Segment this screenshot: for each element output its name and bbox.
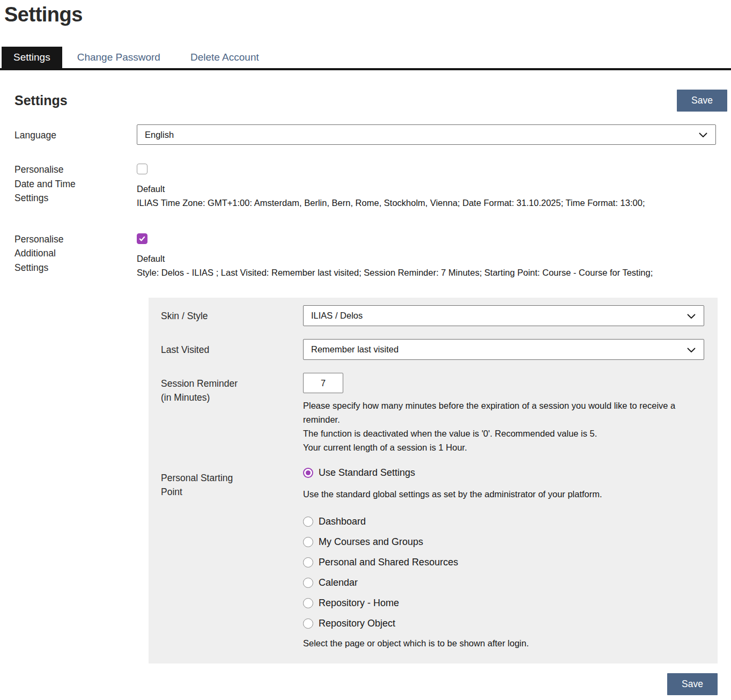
starting-point-help: Select the page or object which is to be… <box>303 638 704 649</box>
chevron-down-icon <box>687 314 696 319</box>
additional-settings-panel: Skin / Style ILIAS / Delos Last Visited <box>149 298 718 664</box>
starting-point-row: Personal Starting Point Use Standard Set… <box>161 467 704 649</box>
chevron-down-icon <box>699 132 707 138</box>
session-reminder-row: Session Reminder (in Minutes) Please spe… <box>161 373 704 454</box>
use-standard-settings-help: Use the standard global settings as set … <box>303 488 704 502</box>
save-button-bottom[interactable]: Save <box>667 673 718 695</box>
datetime-settings-label: Personalise Date and Time Settings <box>14 163 85 205</box>
language-select[interactable]: English <box>137 124 716 145</box>
session-reminder-help-1: Please specify how many minutes before t… <box>303 399 704 426</box>
language-label: Language <box>14 128 56 143</box>
datetime-settings-row: Personalise Date and Time Settings Defau… <box>14 159 727 210</box>
skin-style-select-value: ILIAS / Delos <box>311 311 363 321</box>
tab-delete-account[interactable]: Delete Account <box>175 47 274 68</box>
last-visited-select-value: Remember last visited <box>311 344 398 355</box>
additional-default-text: Style: Delos - ILIAS ; Last Visited: Rem… <box>137 266 716 280</box>
last-visited-select[interactable]: Remember last visited <box>303 339 704 360</box>
chevron-down-icon <box>687 348 696 353</box>
tab-settings[interactable]: Settings <box>2 47 62 68</box>
toolbar: Settings Save <box>14 90 727 112</box>
page-title: Settings <box>4 3 731 26</box>
skin-style-row: Skin / Style ILIAS / Delos <box>161 305 704 326</box>
tab-change-password[interactable]: Change Password <box>62 47 175 68</box>
radio-selected-icon <box>303 468 313 478</box>
last-visited-row: Last Visited Remember last visited <box>161 339 704 360</box>
starting-point-label: Personal Starting Point <box>161 471 242 499</box>
session-reminder-label: Session Reminder (in Minutes) <box>161 377 242 405</box>
additional-settings-label: Personalise Additional Settings <box>14 232 85 275</box>
bottom-bar: Save <box>0 673 718 695</box>
checkmark-icon <box>138 235 146 242</box>
language-row: Language English <box>14 124 727 145</box>
radio-personal-and-shared-resources[interactable]: Personal and Shared Resources <box>303 557 704 568</box>
section-title: Settings <box>14 93 68 108</box>
settings-form: Language English Personalise Date and Ti… <box>14 124 727 664</box>
radio-my-courses-and-groups[interactable]: My Courses and Groups <box>303 536 704 548</box>
tab-bar: Settings Change Password Delete Account <box>0 47 731 70</box>
session-reminder-help-2: The function is deactivated when the val… <box>303 426 704 440</box>
radio-use-standard-settings[interactable]: Use Standard Settings <box>303 467 704 478</box>
radio-icon <box>303 578 313 588</box>
datetime-settings-checkbox[interactable] <box>137 164 147 174</box>
radio-icon <box>303 517 313 527</box>
radio-repository-home[interactable]: Repository - Home <box>303 598 704 609</box>
radio-icon <box>303 537 313 547</box>
skin-style-label: Skin / Style <box>161 309 208 323</box>
save-button-top[interactable]: Save <box>677 90 727 112</box>
skin-style-select[interactable]: ILIAS / Delos <box>303 305 704 326</box>
radio-calendar[interactable]: Calendar <box>303 577 704 588</box>
radio-icon <box>303 618 313 629</box>
additional-settings-checkbox[interactable] <box>137 233 147 244</box>
radio-dashboard[interactable]: Dashboard <box>303 516 704 527</box>
last-visited-label: Last Visited <box>161 343 209 357</box>
additional-settings-row: Personalise Additional Settings Default … <box>14 229 727 280</box>
language-select-value: English <box>145 130 174 140</box>
datetime-default-text: ILIAS Time Zone: GMT+1:00: Amsterdam, Be… <box>137 196 716 210</box>
settings-content: Settings Save Language English Personali… <box>0 90 731 664</box>
radio-repository-object[interactable]: Repository Object <box>303 618 704 629</box>
session-reminder-help-3: Your current length of a session is 1 Ho… <box>303 440 704 454</box>
radio-icon <box>303 598 313 608</box>
additional-default-heading: Default <box>137 254 716 264</box>
session-reminder-input[interactable] <box>303 373 343 393</box>
datetime-default-heading: Default <box>137 184 716 194</box>
radio-icon <box>303 557 313 568</box>
